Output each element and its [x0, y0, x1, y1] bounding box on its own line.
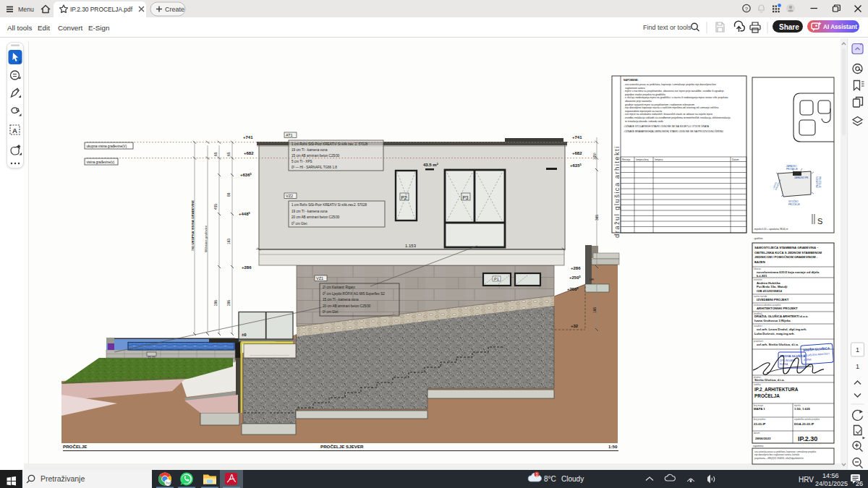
svg-text:k.č.831: k.č.831: [757, 274, 767, 278]
svg-text:ovl.arh. Leora Dražul, dipl.in: ovl.arh. Leora Dražul, dipl.ing.arh.: [757, 328, 807, 331]
svg-text:+741: +741: [572, 135, 582, 140]
svg-text:ZAPADNO PR.: ZAPADNO PR.: [794, 176, 809, 179]
svg-text:28/06/2023: 28/06/2023: [755, 437, 771, 440]
svg-text:S: S: [817, 217, 822, 226]
svg-text:obavezno prije nastavka: obavezno prije nastavka: [625, 100, 652, 103]
svg-text:Datum: Datum: [732, 158, 739, 161]
svg-text:+741: +741: [243, 135, 253, 140]
svg-text:P3: P3: [463, 195, 469, 200]
svg-text:visina građevine(v): visina građevine(v): [87, 160, 115, 164]
svg-text:- u slučaju nedostajanja mjera: - u slučaju nedostajanja mjera na gradil…: [624, 96, 728, 99]
svg-text:286: 286: [227, 300, 231, 306]
svg-text:te instalacija dovoda i odvoda: te instalacija dovoda i odvoda vode: [625, 120, 663, 123]
svg-text:OIB 41129199814: OIB 41129199814: [757, 289, 782, 293]
svg-text:broj projekta:: broj projekta:: [754, 418, 766, 421]
svg-text:1:50, 1:625: 1:50, 1:625: [794, 407, 811, 411]
svg-text:Revizija: Revizija: [622, 158, 630, 161]
svg-text:A 3966: A 3966: [804, 358, 812, 361]
svg-text:zajednička oznaka projekta:: zajednička oznaka projekta:: [794, 418, 820, 421]
svg-text:1: 1: [856, 363, 859, 370]
svg-text:OBITELJSKA KUĆA S JEDNOM STAMB: OBITELJSKA KUĆA S JEDNOM STAMBENOM: [754, 251, 822, 254]
svg-text:+286: +286: [571, 266, 581, 270]
svg-text:gradnje razjasniti mjere sa pr: gradnje razjasniti mjere sa projektantom…: [625, 103, 694, 106]
svg-text:365: 365: [595, 215, 599, 221]
svg-text:26: 26: [856, 480, 863, 487]
svg-text:455: 455: [214, 204, 218, 210]
svg-text:datum:: datum:: [754, 432, 760, 435]
svg-text:+286: +286: [242, 265, 252, 270]
svg-text:Share: Share: [779, 23, 799, 31]
svg-text:ARHITEKTONSKI PROJEKT: ARHITEKTONSKI PROJEKT: [757, 307, 798, 310]
svg-text:sva autorska prava su pridržan: sva autorska prava su pridržana, kopiran…: [754, 450, 816, 453]
svg-text:PROČELJE SJEVER: PROČELJE SJEVER: [320, 444, 364, 449]
svg-text:Convert: Convert: [58, 24, 83, 32]
svg-text:- grafično: - grafično: [753, 237, 763, 240]
svg-text:168: 168: [593, 307, 597, 313]
svg-text:- nije dozvoljeno kopiranje na: - nije dozvoljeno kopiranje nacrta u raz…: [624, 106, 718, 109]
svg-text:NAPOMENE:: NAPOMENE:: [624, 79, 639, 82]
svg-text:±0: ±0: [242, 333, 247, 337]
svg-text:UR: UR: [590, 278, 594, 281]
svg-text:JEDINICOM I POMOĆNOM GRAĐEVINO: JEDINICOM I POMOĆNOM GRAĐEVINOM -: [754, 255, 818, 259]
svg-text:P2: P2: [401, 195, 407, 200]
svg-text:A: A: [12, 127, 17, 134]
svg-text:VZ1: VZ1: [316, 276, 323, 281]
svg-text:43.5 m²: 43.5 m²: [423, 163, 438, 167]
svg-text:Izmjena: Izmjena: [655, 158, 663, 161]
svg-text:8°C: 8°C: [544, 475, 556, 483]
svg-text:DRAŽUL GLUŠICA ARHITEKTI d.o.o: DRAŽUL GLUŠICA ARHITEKTI d.o.o.: [754, 314, 809, 318]
svg-text:1 cm Rofix SiSi-Putz KREATIV: 1 cm Rofix SiSi-Putz KREATIV Si silik.za…: [292, 203, 367, 207]
svg-text:Menu: Menu: [18, 6, 34, 13]
svg-text:PROČELJE: PROČELJE: [818, 176, 822, 188]
svg-text:Create: Create: [165, 6, 184, 13]
svg-text:1: 1: [856, 346, 859, 354]
svg-text:SJEVERNO: SJEVERNO: [815, 176, 818, 189]
svg-text:- sva autorska prava su pridrž: - sva autorska prava su pridržana, kopir…: [624, 83, 716, 86]
svg-text:IP.2_ARHITEKTURA: IP.2_ARHITEKTURA: [754, 387, 799, 392]
svg-text:hd: hd: [166, 481, 171, 485]
svg-text:IP.2.30: IP.2.30: [798, 435, 817, 442]
svg-text:682visina građevine: 682visina građevine: [204, 225, 208, 252]
svg-text:RIJEKA: RIJEKA: [780, 363, 788, 366]
svg-text:88: 88: [227, 192, 231, 197]
svg-text:Put Brdo 15a, Matulji: Put Brdo 15a, Matulji: [757, 285, 788, 288]
svg-text:20 cm AB armirani beton C25/: 20 cm AB armirani beton C25/30: [323, 304, 371, 308]
svg-text:PROČELJE: PROČELJE: [786, 167, 798, 171]
svg-text:25 cm Kantanir Rigato: 25 cm Kantanir Rigato: [323, 286, 355, 289]
svg-text:neposrednim mjerenjem sa nacrt: neposrednim mjerenjem sa nacrta: [625, 110, 662, 113]
svg-text:23-03-IP: 23-03-IP: [754, 422, 766, 426]
svg-text:19 cm TI - kamena vuna: 19 cm TI - kamena vuna: [292, 148, 328, 152]
svg-text:?: ?: [745, 6, 748, 12]
svg-text:sadržaj:: sadržaj:: [754, 383, 761, 386]
svg-text:- mjere u nacrtima su projekta: - mjere u nacrtima su projektantske, oba…: [624, 90, 724, 93]
svg-text:AT1: AT1: [286, 133, 293, 137]
svg-text:1:50: 1:50: [608, 444, 618, 449]
svg-text:-OZNAKE STOLARSKIH STAVKI ODNO: -OZNAKE STOLARSKIH STAVKI ODNOSE SE NA S…: [624, 125, 710, 128]
svg-text:15 cm AB armirani beton C25/: 15 cm AB armirani beton C25/30: [292, 154, 340, 158]
svg-text:PROČELJE: PROČELJE: [788, 202, 800, 206]
svg-text:1 cm Rofix SiSi-Putz KREATIV: 1 cm Rofix SiSi-Putz KREATIV Si silik za…: [292, 142, 368, 146]
svg-text:24/01/2025: 24/01/2025: [815, 480, 848, 487]
svg-text:20 cm AB armirani beton C25/: 20 cm AB armirani beton C25/30: [292, 215, 340, 219]
svg-text:PROČELJE: PROČELJE: [63, 444, 87, 449]
svg-text:Pretraživanje: Pretraživanje: [41, 474, 85, 483]
svg-text:PROČELJA: PROČELJA: [754, 393, 780, 398]
svg-text:65: 65: [214, 152, 218, 156]
svg-text:nije dozvoljeno bez suglasnost: nije dozvoljeno bez suglasnosti autora, …: [754, 453, 799, 456]
svg-text:+32: +32: [571, 324, 579, 328]
svg-text:741 UKUPNA VISINA GRAĐEVINE: 741 UKUPNA VISINA GRAĐEVINE: [191, 200, 195, 251]
svg-text:19 cm TI - kamena vuna: 19 cm TI - kamena vuna: [292, 210, 328, 213]
svg-text:HRV: HRV: [799, 476, 814, 484]
svg-text:5 cm TI - XPS: 5 cm TI - XPS: [292, 160, 312, 163]
svg-text:+682: +682: [244, 151, 254, 155]
svg-text:All tools: All tools: [7, 24, 32, 32]
svg-text:- sve mjere na oznakama stolar: - sve mjere na oznakama stolarskih i bra…: [624, 113, 712, 116]
svg-text:Cloudy: Cloudy: [561, 475, 584, 483]
svg-text:Edit: Edit: [38, 24, 50, 32]
svg-text:15 cm TI - kamena vuna: 15 cm TI - kamena vuna: [323, 298, 359, 301]
svg-text:Andrea Hubička: Andrea Hubička: [757, 281, 780, 285]
svg-text:1: 1: [536, 472, 539, 477]
svg-text:286: 286: [214, 300, 218, 306]
svg-text:Siniša Glušica, d.i.a.: Siniša Glušica, d.i.a.: [754, 378, 785, 382]
svg-text:AI Assistant: AI Assistant: [823, 24, 857, 30]
